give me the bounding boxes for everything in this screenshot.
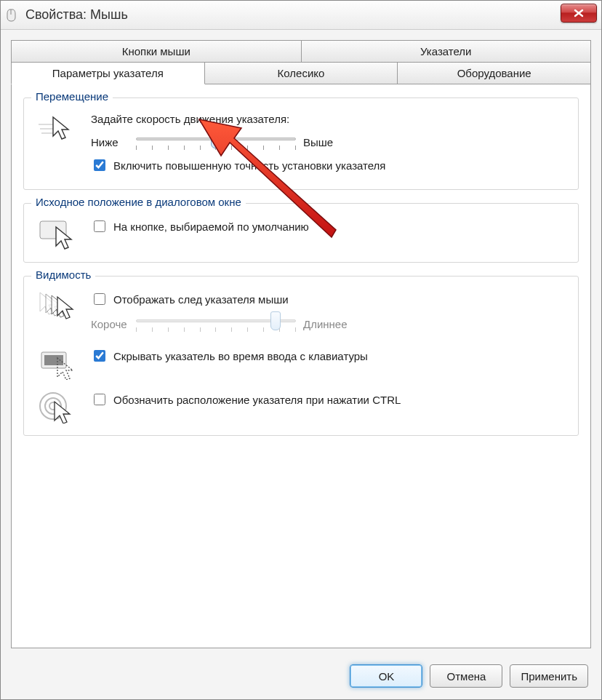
- hide-while-typing-checkbox[interactable]: [94, 350, 105, 362]
- slider-low-label: Ниже: [91, 136, 129, 148]
- group-visibility-legend: Видимость: [31, 269, 95, 281]
- tab-strip: Кнопки мыши Указатели Параметры указател…: [11, 40, 591, 84]
- tab-hardware[interactable]: Оборудование: [398, 62, 591, 84]
- slider-thumb: [270, 311, 281, 330]
- enhance-precision-checkbox[interactable]: [94, 159, 105, 171]
- tab-pointer-options[interactable]: Параметры указателя: [11, 62, 205, 84]
- ctrl-locate-checkbox[interactable]: [94, 394, 105, 405]
- dialog-footer: OK Отмена Применить: [1, 654, 601, 699]
- ok-button[interactable]: OK: [350, 664, 422, 688]
- trail-low-label: Короче: [91, 318, 129, 330]
- titlebar: Свойства: Мышь: [1, 1, 601, 30]
- hide-while-typing-label[interactable]: Скрывать указатель во время ввода с клав…: [113, 350, 368, 362]
- ctrl-locate-icon: [34, 387, 81, 423]
- motion-icon: [34, 108, 81, 145]
- tab-panel-pointer-options: Перемещение Задайте скорость движения ук…: [11, 84, 591, 648]
- trails-icon: [34, 287, 81, 323]
- tab-buttons[interactable]: Кнопки мыши: [11, 40, 302, 62]
- ctrl-locate-label[interactable]: Обозначить расположение указателя при на…: [113, 394, 401, 406]
- mouse-icon: [5, 8, 20, 23]
- slider-thumb[interactable]: [211, 130, 221, 148]
- group-snap: Исходное положение в диалоговом окне На …: [23, 203, 579, 263]
- trail-length-slider: [136, 313, 296, 335]
- snap-icon: [34, 214, 81, 250]
- slider-high-label: Выше: [303, 136, 341, 148]
- pointer-trails-label[interactable]: Отображать след указателя мыши: [113, 293, 289, 306]
- trail-high-label: Длиннее: [303, 318, 348, 330]
- snap-to-default-checkbox[interactable]: [94, 220, 105, 232]
- apply-button[interactable]: Применить: [510, 664, 588, 688]
- hide-typing-icon: [34, 343, 81, 380]
- group-motion: Перемещение Задайте скорость движения ук…: [23, 98, 579, 190]
- group-motion-legend: Перемещение: [31, 90, 113, 103]
- mouse-properties-window: Свойства: Мышь Кнопки мыши Указатели Пар…: [0, 0, 602, 700]
- cancel-button[interactable]: Отмена: [430, 664, 502, 688]
- content-area: Кнопки мыши Указатели Параметры указател…: [1, 30, 601, 654]
- tab-wheel[interactable]: Колесико: [205, 62, 398, 84]
- pointer-speed-slider[interactable]: [136, 131, 296, 153]
- group-snap-legend: Исходное положение в диалоговом окне: [31, 196, 246, 208]
- close-button[interactable]: [561, 4, 597, 23]
- enhance-precision-label[interactable]: Включить повышенную точность установки у…: [113, 159, 386, 172]
- window-title: Свойства: Мышь: [25, 7, 128, 23]
- tab-pointers[interactable]: Указатели: [302, 40, 592, 62]
- pointer-trails-checkbox[interactable]: [94, 293, 105, 305]
- snap-to-default-label[interactable]: На кнопке, выбираемой по умолчанию: [113, 220, 309, 233]
- group-visibility: Видимость Отображать след ука: [23, 276, 579, 436]
- speed-label: Задайте скорость движения указателя:: [91, 113, 568, 125]
- close-icon: [573, 9, 585, 17]
